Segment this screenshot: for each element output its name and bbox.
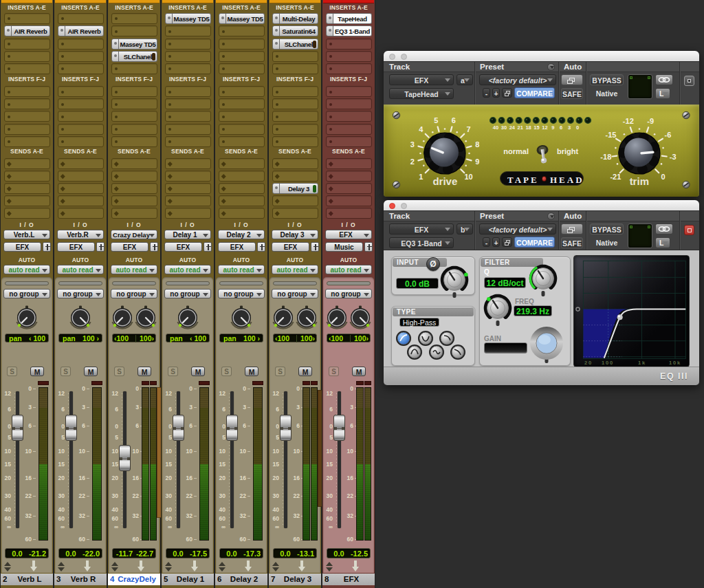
svg-text:-3: -3 <box>670 153 676 161</box>
svg-text:-6: -6 <box>664 131 671 139</box>
svg-text:-12: -12 <box>623 117 634 125</box>
svg-text:8: 8 <box>476 140 480 148</box>
svg-text:3: 3 <box>410 140 415 148</box>
svg-text:9: 9 <box>476 157 480 166</box>
svg-text:-15: -15 <box>605 131 616 139</box>
svg-text:7: 7 <box>467 124 471 133</box>
svg-text:5: 5 <box>434 116 439 124</box>
svg-text:6: 6 <box>452 116 456 124</box>
svg-text:10k: 10k <box>669 360 681 366</box>
svg-text:2: 2 <box>410 157 415 166</box>
svg-text:-9: -9 <box>647 117 654 125</box>
svg-text:100: 100 <box>602 360 614 366</box>
svg-text:1k: 1k <box>638 360 646 366</box>
svg-text:-18: -18 <box>600 153 611 161</box>
svg-text:20: 20 <box>584 360 593 366</box>
svg-text:4: 4 <box>419 124 424 133</box>
